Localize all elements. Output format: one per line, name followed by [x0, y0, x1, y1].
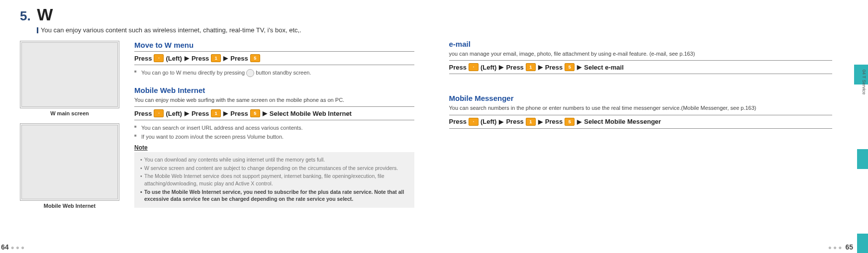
note-4: To use the Mobile Web Internet service, …: [140, 188, 408, 203]
bullet-text-a: You can go to W menu directly by pressin…: [141, 70, 245, 76]
text-press: Press: [134, 55, 152, 62]
arrow-icon: ▶: [499, 118, 503, 125]
section-move: Move to W menu Press · (Left) ▶ Press 1 …: [134, 41, 414, 77]
arrow-icon: ▶: [185, 55, 189, 62]
key-icon: ·: [469, 63, 479, 71]
text-press: Press: [545, 118, 563, 125]
arrow-icon: ▶: [577, 64, 581, 71]
instruction-mwi: Press · (Left) ▶ Press 1 ▶ Press 5 ▶ Sel…: [134, 106, 414, 120]
page-dots: ●●●: [828, 244, 844, 251]
note-box: You can download any contents while usin…: [134, 152, 414, 208]
screenshot-label-1: W main screen: [20, 110, 119, 116]
key-icon: 5: [250, 109, 260, 117]
note-2: W service screen and content are subject…: [140, 165, 408, 172]
text-left: (Left): [481, 64, 497, 71]
key-icon: 1: [211, 54, 221, 62]
instruction-mm: Press · (Left) ▶ Press 1 ▶ Press 5 ▶ Sel…: [449, 115, 833, 129]
text-press: Press: [134, 110, 152, 117]
key-icon: 5: [565, 118, 575, 126]
instruction-email: Press · (Left) ▶ Press 1 ▶ Press 5 ▶ Sel…: [449, 60, 833, 74]
bullet-mwi-2: If you want to zoom in/out the screen pr…: [134, 133, 414, 140]
section-title-mm: Mobile Messenger: [449, 94, 833, 102]
text-press: Press: [449, 118, 467, 125]
text-select: Select e-mail: [584, 64, 624, 71]
note-3: The Mobile Web Internet service does not…: [140, 172, 408, 187]
text-press: Press: [449, 64, 467, 71]
page-num-text: 65: [845, 243, 853, 251]
arrow-icon: ▶: [263, 110, 267, 117]
screenshots-column: W main screen Mobile Web Internet: [20, 41, 119, 217]
chapter-heading: 5. W: [20, 5, 414, 24]
chapter-number: 5.: [20, 8, 31, 24]
chapter-subtitle: You can enjoy various content such as wi…: [20, 26, 414, 34]
key-icon: 1: [526, 118, 536, 126]
text-press: Press: [506, 118, 523, 125]
chapter-title: W: [37, 5, 53, 24]
arrow-icon: ▶: [577, 118, 581, 125]
screenshot-w-main: [20, 41, 119, 108]
text-press: Press: [192, 55, 209, 62]
section-mwi: Mobile Web Internet You can enjoy mobie …: [134, 86, 414, 208]
page-number-right: ●●●65: [826, 243, 853, 251]
bullet-text-b: button standby screen.: [256, 70, 311, 76]
arrow-icon: ▶: [185, 110, 189, 117]
right-content: e-mail you can manage your email, image,…: [449, 40, 849, 129]
page-right: e-mail you can manage your email, image,…: [434, 0, 868, 253]
text-press: Press: [192, 110, 209, 117]
text-press: Press: [230, 55, 248, 62]
arrow-icon: ▶: [499, 64, 503, 71]
page-num-text: 64: [1, 243, 9, 251]
side-tab-block: [854, 65, 857, 84]
left-text-column: Move to W menu Press · (Left) ▶ Press 1 …: [134, 41, 414, 217]
key-icon: ·: [154, 109, 164, 117]
arrow-icon: ▶: [538, 118, 543, 125]
key-icon: 5: [250, 54, 260, 62]
side-tab: [857, 0, 868, 253]
section-title-mwi: Mobile Web Internet: [134, 86, 414, 94]
section-title-move: Move to W menu: [134, 41, 414, 49]
arrow-icon: ▶: [223, 110, 228, 117]
text-press: Press: [545, 64, 563, 71]
screenshot-label-2: Mobile Web Internet: [20, 203, 119, 209]
text-select: Select Mobile Web Internet: [270, 110, 352, 117]
section-sub-mm: You can search numbers in the phone or e…: [449, 104, 833, 111]
section-mobile-messenger: Mobile Messenger You can search numbers …: [449, 94, 833, 128]
note-heading: Note: [134, 144, 414, 151]
text-select: Select Mobile Messenger: [584, 118, 661, 125]
key-icon: ·: [469, 118, 479, 126]
key-icon: 1: [526, 63, 536, 71]
page-spread: 5. W You can enjoy various content such …: [0, 0, 868, 253]
instruction-move: Press · (Left) ▶ Press 1 ▶ Press 5: [134, 51, 414, 65]
screenshot-placeholder: [21, 125, 118, 199]
section-sub-mwi: You can enjoy mobie web surfing with the…: [134, 96, 414, 103]
text-left: (Left): [481, 118, 497, 125]
note-1: You can download any contents while usin…: [140, 156, 408, 164]
page-dots: ●●●: [11, 244, 26, 251]
page-number-left: 64●●●: [1, 243, 28, 251]
text-left: (Left): [166, 55, 182, 62]
text-left: (Left): [166, 110, 182, 117]
key-icon: ·: [154, 54, 164, 62]
side-tab-text: 04 T Service: [862, 70, 867, 94]
page-left: 5. W You can enjoy various content such …: [0, 0, 434, 253]
round-button-icon: [246, 69, 254, 77]
screenshot-mobile-web: [20, 123, 119, 201]
arrow-icon: ▶: [223, 55, 228, 62]
bullet-move-1: You can go to W menu directly by pressin…: [134, 69, 414, 77]
section-email: e-mail you can manage your email, image,…: [449, 40, 833, 74]
screenshot-placeholder: [21, 42, 118, 107]
bullet-mwi-1: You can search or insert URL address and…: [134, 124, 414, 131]
arrow-icon: ▶: [538, 64, 543, 71]
section-title-email: e-mail: [449, 40, 833, 48]
key-icon: 1: [211, 109, 221, 117]
key-icon: 5: [565, 63, 575, 71]
text-press: Press: [230, 110, 248, 117]
section-sub-email: you can manage your email, image, photo,…: [449, 50, 833, 57]
text-press: Press: [506, 64, 523, 71]
